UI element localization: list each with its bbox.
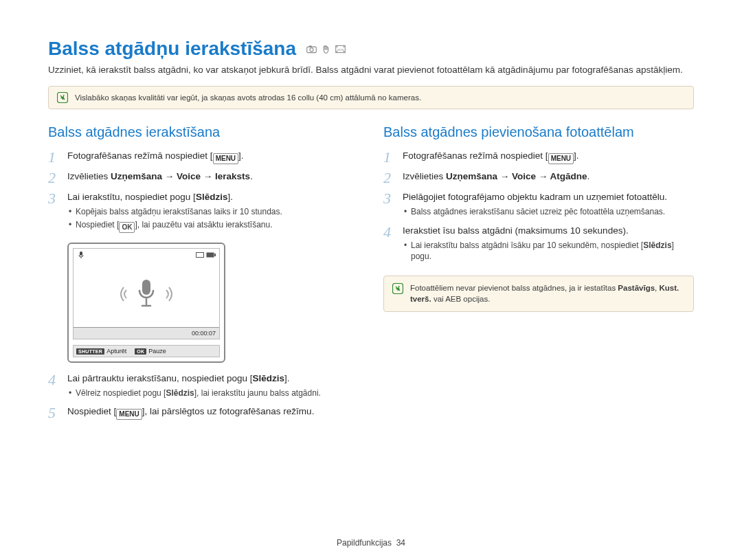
step-number: 2 [383,170,396,186]
top-note-box: Vislabāko skaņas kvalitāti var iegūt, ja… [48,86,694,109]
mic-small-icon [77,251,85,259]
svg-rect-11 [196,252,204,257]
ok-button-icon: OK [119,222,135,233]
right-heading: Balss atgādnes pievienošana fotoattēlam [383,124,694,140]
left-step-4-sub: Vēlreiz nospiediet pogu [Slēdzis], lai i… [67,388,359,399]
right-step-3-sub: Balss atgādnes ierakstīšanu sāciet uzrei… [403,206,694,217]
battery-icon [206,252,216,258]
step-number: 5 [48,405,60,421]
left-column: Balss atgādnes ierakstīšana 1 Fotografēš… [48,124,359,426]
svg-rect-7 [344,51,345,52]
right-note-box: Fotoattēliem nevar pievienot balss atgād… [383,276,694,312]
step-number: 4 [383,225,396,240]
svg-rect-12 [207,252,214,257]
scn-icon: SCN [335,43,346,55]
svg-rect-13 [214,254,216,256]
left-step-1: Fotografēšanas režīmā nospiediet [MENU]. [67,150,359,164]
svg-rect-4 [337,46,338,47]
page-title: Balss atgādņu ierakstīšana [48,38,296,60]
left-heading: Balss atgādnes ierakstīšana [48,124,359,140]
left-step-3-sub1: Kopējais balss atgādņu ierakstīšanas lai… [67,206,359,217]
menu-button-icon: MENU [116,409,142,420]
menu-button-icon: MENU [548,153,574,164]
right-step-3: Pielāgojiet fotografējamo objektu kadram… [403,191,694,219]
svg-point-1 [310,48,313,52]
right-column: Balss atgādnes pievienošana fotoattēlam … [383,124,694,426]
shutter-action: Apturēt [106,348,126,355]
ok-action: Pauze [148,348,166,355]
left-step-2: Izvēlieties Uzņemšana → Voice → Ieraksts… [67,170,359,183]
intro-text: Uzziniet, kā ierakstīt balss atgādni, ko… [48,64,694,76]
camera-icon [306,43,317,55]
svg-rect-6 [344,46,345,47]
step-number: 3 [48,191,60,206]
step-number: 2 [48,170,60,186]
mode-icons: SCN [306,43,346,55]
left-step-5: Nospiediet [MENU], lai pārslēgtos uz fot… [67,405,359,420]
svg-rect-10 [80,251,82,256]
sound-waves-right-icon [165,284,179,304]
microphone-icon [135,278,158,310]
step-number: 1 [48,150,60,165]
sound-waves-left-icon [114,284,128,304]
right-step-4: Ierakstiet īsu balss atgādni (maksimums … [403,225,694,264]
page-footer: Papildfunkcijas 34 [0,538,742,548]
note-icon [392,283,403,294]
ok-tag: OK [135,348,146,355]
card-icon [196,252,204,258]
right-step-4-sub: Lai ierakstītu balss atgādni īsāku par 1… [403,240,694,262]
svg-rect-14 [142,280,150,295]
step-number: 4 [48,372,60,388]
right-note-text: Fotoattēliem nevar pievienot balss atgād… [410,283,685,304]
recording-timer: 00:00:07 [192,330,216,337]
step-number: 3 [383,191,396,206]
step-number: 1 [383,150,396,165]
svg-rect-2 [309,45,311,47]
recording-diagram: 00:00:07 SHUTTERApturēt OKPauze [67,243,225,363]
right-step-1: Fotografēšanas režīmā nospiediet [MENU]. [403,150,694,164]
right-step-2: Izvēlieties Uzņemšana → Voice → Atgādne. [403,170,694,183]
svg-text:SCN: SCN [337,48,344,52]
note-icon [57,92,68,103]
shutter-tag: SHUTTER [76,348,104,355]
left-step-3-sub2: Nospiediet [OK], lai pauzētu vai atsāktu… [67,219,359,233]
left-step-4: Lai pārtrauktu ierakstīšanu, nospiediet … [67,372,359,400]
left-step-3: Lai ierakstītu, nospiediet pogu [Slēdzis… [67,191,359,234]
menu-button-icon: MENU [213,153,238,164]
top-note-text: Vislabāko skaņas kvalitāti var iegūt, ja… [75,93,421,102]
hand-icon [320,43,332,55]
